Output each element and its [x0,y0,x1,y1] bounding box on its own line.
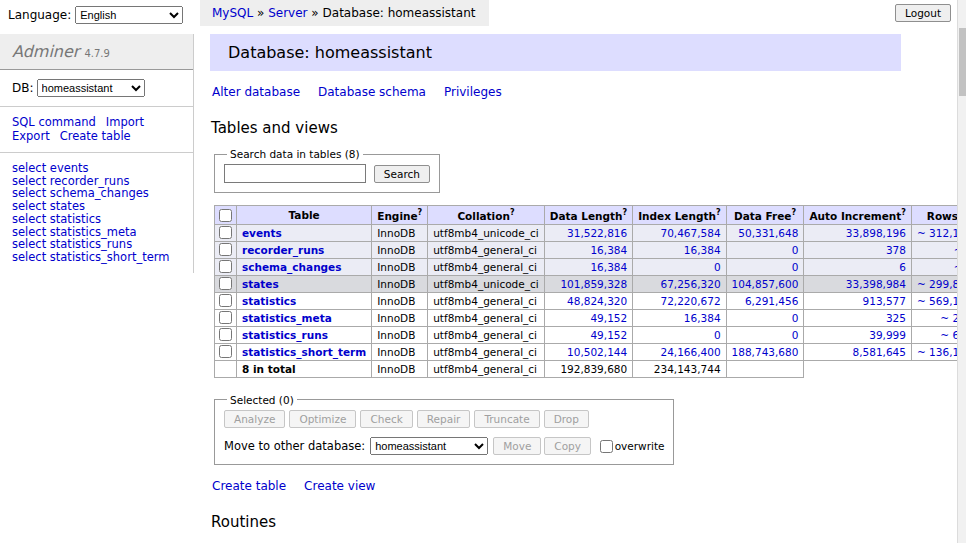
move-db-select[interactable]: homeassistant [370,437,488,455]
index-length-cell: 16,384 [633,241,726,258]
index-length-link[interactable]: 72,220,672 [660,295,720,307]
auto-increment-link[interactable]: 378 [886,244,906,256]
index-length-link[interactable]: 16,384 [684,244,721,256]
index-length-link[interactable]: 70,467,584 [660,227,720,239]
search-button[interactable]: Search [374,165,430,183]
data-free-link[interactable]: 6,291,456 [745,295,798,307]
row-checkbox-statistics-runs[interactable] [219,328,232,341]
search-input[interactable] [224,164,366,183]
sidebar-table-link-select-statistics[interactable]: select statistics [12,213,181,226]
scrollbar-track[interactable] [957,0,966,543]
column-header-index-length[interactable]: Index Length? [633,206,726,225]
auto-increment-link[interactable]: 33,898,196 [846,227,906,239]
sidebar-link-sql-command[interactable]: SQL command [12,115,96,129]
row-checkbox-statistics-short-term[interactable] [219,345,232,358]
table-link-statistics-runs[interactable]: statistics_runs [242,329,328,341]
analyze-button[interactable]: Analyze [224,410,285,428]
row-checkbox-recorder-runs[interactable] [219,243,232,256]
data-length-link[interactable]: 101,859,328 [560,278,627,290]
logout-button[interactable]: Logout [895,4,951,22]
data-free-link[interactable]: 0 [792,244,799,256]
db-select[interactable]: homeassistant [37,79,145,97]
select-all-cell [215,206,237,225]
table-link-recorder-runs[interactable]: recorder_runs [242,244,324,256]
db-link-alter-database[interactable]: Alter database [212,85,300,99]
index-length-link[interactable]: 67,256,320 [660,278,720,290]
data-length-link[interactable]: 31,522,816 [567,227,627,239]
sidebar-table-link-select-events[interactable]: select events [12,162,181,175]
sidebar-table-link-select-states[interactable]: select states [12,200,181,213]
data-length-link[interactable]: 49,152 [590,312,627,324]
index-length-link[interactable]: 0 [714,329,721,341]
select-all-checkbox[interactable] [219,209,232,222]
column-header-data-length[interactable]: Data Length? [544,206,633,225]
auto-increment-link[interactable]: 325 [886,312,906,324]
auto-increment-link[interactable]: 39,999 [869,329,906,341]
help-icon[interactable]: ? [901,208,906,217]
help-icon[interactable]: ? [418,208,423,217]
table-link-states[interactable]: states [242,278,279,290]
total-engine: InnoDB [372,360,428,377]
table-link-statistics-meta[interactable]: statistics_meta [242,312,332,324]
index-length-link[interactable]: 0 [714,261,721,273]
table-link-statistics-short-term[interactable]: statistics_short_term [242,346,366,358]
db-link-privileges[interactable]: Privileges [444,85,502,99]
auto-increment-link[interactable]: 33,398,984 [846,278,906,290]
data-length-link[interactable]: 49,152 [590,329,627,341]
search-legend: Search data in tables (8) [227,148,363,160]
help-icon[interactable]: ? [791,208,796,217]
row-checkbox-events[interactable] [219,226,232,239]
move-button[interactable]: Move [493,437,541,455]
help-icon[interactable]: ? [510,208,515,217]
scrollbar-thumb[interactable] [959,28,966,96]
column-header-collation[interactable]: Collation? [428,206,544,225]
data-free-link[interactable]: 0 [792,261,799,273]
data-length-link[interactable]: 16,384 [590,261,627,273]
sidebar-link-export[interactable]: Export [12,129,50,143]
optimize-button[interactable]: Optimize [289,410,356,428]
copy-button[interactable]: Copy [544,437,591,455]
row-checkbox-schema-changes[interactable] [219,260,232,273]
auto-increment-link[interactable]: 6 [899,261,906,273]
row-checkbox-states[interactable] [219,277,232,290]
table-link-schema-changes[interactable]: schema_changes [242,261,342,273]
column-header-data-free[interactable]: Data Free? [726,206,804,225]
drop-button[interactable]: Drop [544,410,589,428]
table-link-events[interactable]: events [242,227,282,239]
column-header-engine[interactable]: Engine? [372,206,428,225]
row-checkbox-cell [215,326,237,343]
link-create-table[interactable]: Create table [212,479,286,493]
language-select[interactable]: English [75,6,183,24]
auto-increment-link[interactable]: 8,581,645 [853,346,906,358]
row-checkbox-statistics-meta[interactable] [219,311,232,324]
sidebar-link-create-table[interactable]: Create table [60,129,131,143]
data-free-link[interactable]: 0 [792,329,799,341]
index-length-link[interactable]: 16,384 [684,312,721,324]
data-length-link[interactable]: 16,384 [590,244,627,256]
column-header-table[interactable]: Table [237,206,372,225]
index-length-link[interactable]: 24,166,400 [660,346,720,358]
row-checkbox-cell [215,275,237,292]
data-free-link[interactable]: 104,857,600 [732,278,799,290]
auto-increment-link[interactable]: 913,577 [863,295,906,307]
row-checkbox-statistics[interactable] [219,294,232,307]
data-free-link[interactable]: 50,331,648 [738,227,798,239]
breadcrumb-link-server[interactable]: Server [268,6,307,20]
help-icon[interactable]: ? [716,208,721,217]
table-link-statistics[interactable]: statistics [242,295,296,307]
data-length-link[interactable]: 48,824,320 [567,295,627,307]
data-free-link[interactable]: 188,743,680 [732,346,799,358]
data-free-link[interactable]: 0 [792,312,799,324]
column-header-auto-increment[interactable]: Auto Increment? [804,206,912,225]
breadcrumb-link-mysql[interactable]: MySQL [212,6,253,20]
help-icon[interactable]: ? [623,208,628,217]
link-create-view[interactable]: Create view [304,479,375,493]
truncate-button[interactable]: Truncate [474,410,539,428]
overwrite-checkbox[interactable] [600,440,613,453]
check-button[interactable]: Check [360,410,412,428]
data-length-link[interactable]: 10,502,144 [567,346,627,358]
sidebar-link-import[interactable]: Import [106,115,144,129]
repair-button[interactable]: Repair [417,410,471,428]
sidebar-table-link-select-statistics-short-term[interactable]: select statistics_short_term [12,251,181,264]
db-link-database-schema[interactable]: Database schema [318,85,426,99]
